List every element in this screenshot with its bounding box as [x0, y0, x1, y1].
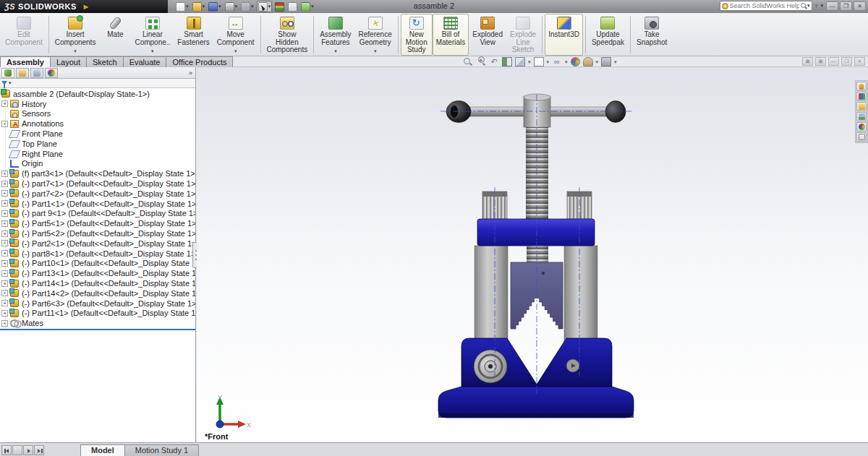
filter-dropdown-icon[interactable]: ▾	[9, 80, 12, 86]
custom-properties-button[interactable]	[856, 132, 867, 142]
ribbon-reference-geometry-button[interactable]: Reference Geometry▾	[355, 14, 396, 56]
open-dropdown-icon[interactable]: ▾	[203, 4, 205, 9]
file-properties-button[interactable]	[287, 1, 298, 12]
rebuild-button[interactable]	[274, 1, 285, 12]
home-button[interactable]	[856, 82, 867, 91]
tree-item-part1-1[interactable]: +(-) Part1<1> (Default<<Default>_Display…	[0, 199, 195, 209]
tab-layout[interactable]: Layout	[50, 56, 87, 67]
display-style-icon[interactable]	[534, 57, 544, 66]
view-settings-icon[interactable]	[601, 57, 611, 66]
apply-scene-icon[interactable]	[583, 57, 593, 66]
new-file-dropdown-icon[interactable]: ▾	[186, 4, 189, 9]
new-file-button[interactable]: ▾	[175, 1, 190, 12]
ribbon-assembly-features-button[interactable]: Assembly Features▾	[316, 14, 354, 56]
menu-flyout-icon[interactable]: ▶	[84, 4, 89, 10]
restore-button[interactable]: ❐	[840, 1, 852, 11]
hide-show-items-icon[interactable]: ∞	[552, 57, 562, 66]
section-view-icon[interactable]	[502, 57, 512, 66]
dropdown-arrow-icon[interactable]: ▾	[334, 48, 337, 54]
zoom-to-area-icon[interactable]	[476, 57, 486, 66]
print-dropdown-icon[interactable]: ▾	[235, 4, 238, 9]
ribbon-exploded-view-button[interactable]: Exploded View	[469, 14, 506, 56]
view-orientation-icon[interactable]	[515, 57, 525, 66]
ribbon-take-snapshot-button[interactable]: Take Snapshot	[633, 14, 671, 56]
tree-item-sensors[interactable]: Sensors	[0, 109, 195, 119]
tree-item-part10-1[interactable]: +(-) Part10<1> (Default<<Default>_Displa…	[0, 259, 195, 269]
tree-item-part-9-1[interactable]: +(-) part 9<1> (Default<<Default>_Displa…	[0, 209, 195, 219]
tree-item-mates[interactable]: +Mates	[0, 318, 195, 328]
tree-item-part7-2[interactable]: +(-) part7<2> (Default<<Default>_Display…	[0, 189, 195, 199]
hide-show-items-dropdown-icon[interactable]: ▾	[565, 59, 568, 65]
view-palette-button[interactable]	[856, 112, 867, 121]
tab-assembly[interactable]: Assembly	[0, 56, 51, 67]
options-dropdown-icon[interactable]: ▾	[311, 4, 314, 9]
appearances-button[interactable]	[856, 122, 867, 132]
panel-tab-appearances[interactable]	[45, 68, 58, 78]
tab-model[interactable]: Model	[80, 444, 125, 456]
ribbon-bill-of-materials-button[interactable]: Bill of Materials	[433, 14, 469, 56]
tab-evaluate[interactable]: Evaluate	[123, 56, 167, 67]
view-orientation-dropdown-icon[interactable]: ▾	[528, 59, 531, 65]
ribbon-smart-fasteners-button[interactable]: Smart Fasteners	[174, 14, 213, 56]
doc-minimize-button[interactable]: —	[828, 57, 839, 66]
doc-new-window-button[interactable]: ▣	[802, 57, 813, 66]
doc-close-button[interactable]: ✕	[854, 57, 865, 66]
vise-model[interactable]	[197, 67, 868, 442]
zoom-to-fit-icon[interactable]	[463, 57, 473, 66]
next-study-button[interactable]	[23, 445, 33, 455]
close-button[interactable]: ✕	[854, 1, 866, 11]
tab-motion-study-1[interactable]: Motion Study 1	[124, 444, 199, 456]
open-button[interactable]: ▾	[192, 1, 206, 12]
ribbon-instant3d-button[interactable]: Instant3D	[545, 14, 583, 56]
first-study-button[interactable]	[1, 445, 12, 455]
undo-dropdown-icon[interactable]: ▾	[251, 4, 254, 9]
ribbon-linear-compone-button[interactable]: Linear Compone..▾	[131, 14, 174, 56]
tree-item-top-plane[interactable]: Top Plane	[0, 139, 195, 149]
save-dropdown-icon[interactable]: ▾	[218, 4, 221, 9]
ribbon-new-motion-study-button[interactable]: New Motion Study	[401, 14, 433, 56]
tab-office-products[interactable]: Office Products	[166, 56, 233, 67]
tree-item-part8-1[interactable]: +(-) part8<1> (Default<<Default>_Display…	[0, 249, 195, 259]
tree-item-history[interactable]: +History	[0, 99, 195, 109]
search-input[interactable]	[728, 1, 801, 10]
tree-item-part14-2[interactable]: +(-) Part14<2> (Default<<Default>_Displa…	[0, 288, 195, 298]
tree-item-origin[interactable]: Origin	[0, 159, 195, 169]
tree-item-part13-1[interactable]: +(-) Part13<1> (Default<<Default>_Displa…	[0, 268, 195, 278]
print-button[interactable]: ▾	[224, 1, 239, 12]
tab-sketch[interactable]: Sketch	[86, 56, 124, 67]
tree-item-part7-1[interactable]: +(-) part7<1> (Default<<Default>_Display…	[0, 178, 195, 189]
ribbon-insert-components-button[interactable]: Insert Components▾	[51, 14, 100, 56]
tree-item-annotations[interactable]: +Annotations	[0, 119, 195, 129]
select-dropdown-icon[interactable]: ▾	[268, 4, 271, 9]
ribbon-update-speedpak-button[interactable]: Update Speedpak	[588, 14, 628, 56]
select-button[interactable]: ▾	[257, 1, 273, 12]
panel-tab-property-manager[interactable]	[16, 68, 29, 78]
previous-study-button[interactable]	[12, 445, 22, 455]
tree-item-assamble-2[interactable]: assamble 2 (Default<Display State-1>)	[0, 89, 195, 99]
undo-button[interactable]: ▾	[240, 1, 255, 12]
dropdown-arrow-icon[interactable]: ▾	[374, 48, 377, 54]
help-dropdown-icon[interactable]: ▾	[820, 3, 823, 9]
tree-item-part5-1[interactable]: +(-) Part5<1> (Default<<Default>_Display…	[0, 218, 195, 228]
ribbon-mate-button[interactable]: Mate	[99, 14, 131, 56]
panel-tab-configurations[interactable]	[30, 68, 43, 78]
edit-appearance-icon[interactable]	[571, 57, 580, 66]
options-button[interactable]: ▾	[300, 1, 315, 12]
tree-item-part6-3[interactable]: +(-) Part6<3> (Default<<Default>_Display…	[0, 298, 195, 309]
minimize-button[interactable]: —	[826, 1, 838, 11]
save-button[interactable]: ▾	[208, 1, 222, 12]
last-study-button[interactable]	[34, 445, 44, 455]
design-library-button[interactable]	[856, 92, 867, 101]
dropdown-arrow-icon[interactable]: ▾	[74, 48, 77, 54]
graphics-viewport[interactable]: Y X *Front	[197, 67, 868, 442]
tree-item-part2-1[interactable]: +(-) Part2<1> (Default<<Default>_Display…	[0, 238, 195, 249]
doc-restore-button[interactable]: ❐	[841, 57, 852, 66]
tree-item-part5-2[interactable]: +(-) Part5<2> (Default<<Default>_Display…	[0, 228, 195, 238]
apply-scene-dropdown-icon[interactable]: ▾	[596, 59, 599, 65]
search-box[interactable]: ▾	[720, 1, 812, 11]
tree-item-part14-1[interactable]: +(-) Part14<1> (Default<<Default>_Displa…	[0, 278, 195, 288]
search-icon[interactable]	[801, 3, 807, 9]
dropdown-arrow-icon[interactable]: ▾	[234, 48, 237, 54]
view-settings-dropdown-icon[interactable]: ▾	[614, 59, 617, 65]
panel-tabs-overflow-icon[interactable]: »	[189, 69, 194, 77]
